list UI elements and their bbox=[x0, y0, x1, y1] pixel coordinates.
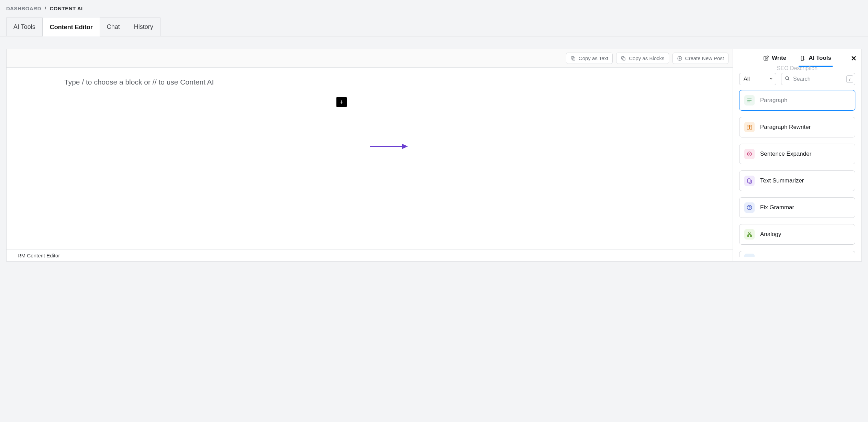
slash-shortcut-badge: / bbox=[846, 75, 853, 83]
sidebar-header: Write AI Tools ✕ bbox=[733, 49, 861, 68]
search-wrap: / bbox=[781, 73, 855, 85]
tool-item-paragraph[interactable]: Paragraph bbox=[739, 90, 855, 111]
sidebar-tab-ai-tools-label: AI Tools bbox=[809, 55, 831, 62]
filter-select-value: All bbox=[744, 76, 750, 82]
analogy-icon bbox=[744, 229, 755, 240]
breadcrumb-current: CONTENT AI bbox=[50, 5, 83, 11]
copy-as-blocks-button[interactable]: Copy as Blocks bbox=[616, 53, 669, 64]
chevron-down-icon bbox=[769, 76, 773, 82]
editor-toolbar: Copy as Text Copy as Blocks Create New P… bbox=[7, 49, 733, 68]
sidebar-tab-write[interactable]: Write bbox=[762, 50, 788, 67]
tool-item-text-summarizer[interactable]: Text Summarizer bbox=[739, 170, 855, 191]
tab-ai-tools[interactable]: AI Tools bbox=[6, 18, 43, 36]
tool-item-label: Fix Grammar bbox=[760, 204, 794, 211]
rewriter-icon bbox=[744, 122, 755, 132]
svg-rect-26 bbox=[749, 232, 750, 233]
breadcrumb-dashboard[interactable]: DASHBOARD bbox=[6, 5, 41, 11]
sidebar-controls: SEO Description All / bbox=[733, 68, 861, 89]
copy-icon bbox=[621, 56, 626, 61]
sidebar-tab-ai-tools[interactable]: AI Tools bbox=[799, 50, 833, 67]
plus-circle-icon bbox=[677, 56, 682, 61]
workspace: Copy as Text Copy as Blocks Create New P… bbox=[6, 49, 862, 262]
svg-rect-23 bbox=[748, 179, 750, 183]
copy-as-text-button[interactable]: Copy as Text bbox=[566, 53, 613, 64]
copy-icon bbox=[570, 56, 576, 61]
svg-rect-28 bbox=[750, 235, 752, 237]
tool-item-sentence-expander[interactable]: Sentence Expander bbox=[739, 144, 855, 164]
tool-list[interactable]: Paragraph Paragraph Rewriter Sentence Ex… bbox=[733, 89, 861, 261]
editor-body[interactable]: Type / to choose a block or // to use Co… bbox=[7, 68, 733, 249]
copy-as-blocks-label: Copy as Blocks bbox=[629, 55, 664, 61]
grammar-icon bbox=[744, 202, 755, 213]
tool-item-label: Analogy bbox=[760, 231, 781, 238]
search-input[interactable] bbox=[781, 73, 855, 85]
expander-icon bbox=[744, 149, 755, 159]
tool-item-partial[interactable] bbox=[739, 251, 855, 257]
svg-point-25 bbox=[749, 209, 749, 209]
edit-icon bbox=[763, 55, 769, 61]
editor-column: Copy as Text Copy as Blocks Create New P… bbox=[7, 49, 733, 261]
create-new-post-button[interactable]: Create New Post bbox=[672, 53, 728, 64]
copy-as-text-label: Copy as Text bbox=[579, 55, 608, 61]
tool-item-label: Text Summarizer bbox=[760, 177, 804, 184]
tool-item-paragraph-rewriter[interactable]: Paragraph Rewriter bbox=[739, 117, 855, 137]
svg-point-10 bbox=[786, 77, 789, 80]
partial-tool-icon bbox=[744, 254, 755, 257]
svg-rect-9 bbox=[801, 56, 804, 60]
tool-item-label: Paragraph Rewriter bbox=[760, 124, 811, 131]
tab-chat[interactable]: Chat bbox=[100, 18, 127, 36]
svg-rect-27 bbox=[747, 235, 749, 237]
paragraph-icon bbox=[744, 95, 755, 106]
tool-item-label: Paragraph bbox=[760, 97, 787, 104]
filter-select[interactable]: All bbox=[739, 73, 776, 85]
add-block-button[interactable] bbox=[336, 97, 347, 107]
summarizer-icon bbox=[744, 176, 755, 186]
create-new-post-label: Create New Post bbox=[685, 55, 724, 61]
breadcrumb-separator: / bbox=[45, 5, 46, 11]
svg-rect-15 bbox=[747, 125, 749, 129]
editor-footer: RM Content Editor bbox=[7, 249, 733, 261]
sidebar-tab-write-label: Write bbox=[772, 55, 786, 62]
tool-item-analogy[interactable]: Analogy bbox=[739, 224, 855, 245]
sidebar: Write AI Tools ✕ SEO Description All bbox=[733, 49, 861, 261]
svg-rect-16 bbox=[750, 125, 752, 129]
breadcrumb: DASHBOARD / CONTENT AI bbox=[0, 0, 868, 18]
svg-line-11 bbox=[788, 79, 789, 80]
ai-tools-icon bbox=[800, 55, 806, 61]
tab-content-editor[interactable]: Content Editor bbox=[43, 18, 100, 36]
close-sidebar-button[interactable]: ✕ bbox=[851, 54, 857, 63]
tool-item-fix-grammar[interactable]: Fix Grammar bbox=[739, 197, 855, 218]
tab-history[interactable]: History bbox=[127, 18, 160, 36]
main-tabs: AI Tools Content Editor Chat History bbox=[0, 18, 868, 36]
plus-icon bbox=[339, 99, 344, 105]
tool-item-label: Sentence Expander bbox=[760, 151, 811, 157]
search-icon bbox=[784, 76, 790, 82]
editor-placeholder: Type / to choose a block or // to use Co… bbox=[64, 78, 675, 86]
